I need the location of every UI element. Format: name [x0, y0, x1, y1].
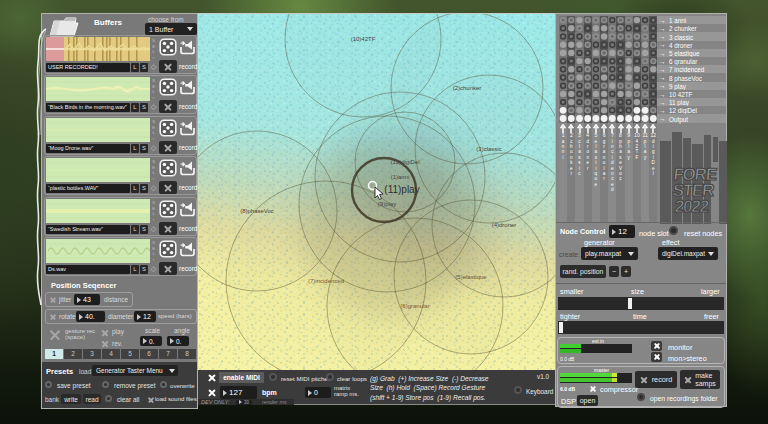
svg-text:(6)granular: (6)granular	[400, 303, 429, 309]
svg-text:(7)incidenced: (7)incidenced	[308, 278, 344, 284]
svg-text:(4)droner: (4)droner	[492, 222, 517, 228]
svg-text:(9)play: (9)play	[378, 201, 396, 207]
svg-text:(10)42TF: (10)42TF	[351, 36, 376, 42]
svg-text:(3)classic: (3)classic	[476, 146, 501, 152]
svg-text:(5)elastique: (5)elastique	[455, 274, 487, 280]
svg-text:(11)play: (11)play	[384, 184, 419, 195]
svg-text:(8)phaseVoc: (8)phaseVoc	[240, 208, 274, 214]
svg-text:(12)digiDel: (12)digiDel	[390, 159, 419, 165]
svg-text:(2)chunker: (2)chunker	[453, 85, 482, 91]
svg-text:(1)anni: (1)anni	[391, 174, 410, 180]
